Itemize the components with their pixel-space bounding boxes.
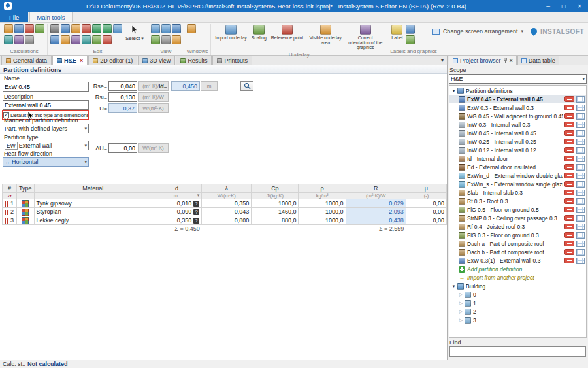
general-data-icon[interactable] [4, 24, 13, 33]
delete-partition-button[interactable] [564, 224, 574, 229]
thickness-cell[interactable]: 0,090? [152, 208, 202, 216]
partition-table-button[interactable] [576, 215, 585, 222]
delete-partition-button[interactable] [564, 122, 574, 127]
tab-project-browser[interactable]: Project browser × [449, 56, 517, 65]
tree-item-partition[interactable]: Dach a - Part of composite roof [449, 239, 586, 248]
unit-dropdown-icon[interactable]: ▾ [197, 193, 200, 198]
tree-item-partition[interactable]: StrNP 0.3 - Ceiling over passage 0.3 [449, 214, 586, 222]
delete-partition-button[interactable] [564, 173, 574, 178]
delete-partition-button[interactable] [564, 96, 574, 102]
layer-row[interactable]: 1 Tynk gipsowy 0,010? 0,350 1000,0 1000,… [3, 199, 447, 208]
group-icon[interactable] [92, 35, 101, 44]
zoom-extents-icon[interactable] [172, 24, 181, 33]
calculate-icon[interactable] [25, 24, 34, 33]
column-header-d[interactable]: d [152, 184, 202, 193]
manner-select[interactable]: Part. with defined layers ▾ [3, 124, 89, 133]
partition-table-button[interactable] [576, 113, 585, 120]
tab-list-caret-icon[interactable]: ▾ [438, 58, 447, 63]
delete-partition-button[interactable] [564, 249, 574, 255]
import-from-another-project[interactable]: → Import from another project [449, 273, 586, 282]
change-screen-caret-icon[interactable]: ▾ [521, 29, 523, 34]
partition-table-button[interactable] [576, 105, 585, 111]
diagnostics-icon[interactable] [4, 35, 13, 44]
expand-icon[interactable]: ▷ [458, 309, 464, 314]
partition-table-button[interactable] [576, 173, 585, 179]
delete-partition-button[interactable] [564, 215, 574, 221]
tree-item-partition[interactable]: InW 0.45 - Internal wall 0.45 [449, 129, 586, 137]
delete-partition-button[interactable] [564, 258, 574, 263]
column-header-r[interactable]: R [346, 184, 406, 193]
partition-table-button[interactable] [576, 139, 585, 145]
heat-flow-select[interactable]: ↔ Horizontal ▾ [3, 157, 89, 167]
tree-item-partition[interactable]: ExWin_d - External window double glazed [449, 171, 586, 180]
material-info-icon[interactable]: ? [193, 201, 199, 207]
mu-cell[interactable]: 0,00 [406, 216, 446, 225]
tree-item-partition[interactable]: ExW 0.45 - External wall 0.45 [449, 95, 586, 103]
undo-icon[interactable] [92, 24, 101, 33]
partition-table-button[interactable] [576, 232, 585, 239]
delete-partition-button[interactable] [564, 241, 574, 246]
document-tab[interactable]: 3D view × [138, 56, 175, 65]
thickness-cell[interactable]: 0,350? [152, 216, 202, 225]
lambda-cell[interactable]: 0,350 [202, 199, 252, 208]
rsi-input[interactable] [108, 92, 137, 102]
delete-partition-button[interactable] [564, 232, 574, 238]
free-graphics-icon[interactable] [406, 35, 415, 44]
tab-close-icon[interactable]: × [80, 58, 83, 64]
delete-partition-button[interactable] [564, 147, 574, 153]
material-cell[interactable]: Tynk gipsowy [34, 199, 152, 208]
partition-table-button[interactable] [576, 207, 585, 213]
tree-item-partition[interactable]: WG 0.45 - Wall adjacent to ground 0.45 [449, 112, 586, 120]
copy-icon[interactable] [61, 24, 70, 33]
lambda-cell[interactable]: 0,800 [202, 216, 252, 225]
partition-table-button[interactable] [576, 96, 585, 103]
pin-icon[interactable] [503, 58, 508, 63]
paste-icon[interactable] [71, 24, 80, 33]
partition-table-button[interactable] [576, 130, 585, 137]
label-button[interactable]: Label [390, 24, 404, 41]
tree-item-partition[interactable]: InW 0.3 - Internal wall 0.3 [449, 120, 586, 129]
calculation-options-icon[interactable] [14, 24, 24, 33]
pan-icon[interactable] [151, 35, 160, 44]
rotate-icon[interactable] [61, 35, 70, 44]
collapse-icon[interactable]: ▾ [451, 88, 457, 93]
tree-item-storey[interactable]: ▷ 2 [449, 307, 586, 316]
document-tab[interactable]: H&E × [52, 56, 88, 65]
tree-item-partition[interactable]: FlG 0.5 - Floor on ground 0.5 [449, 205, 586, 214]
redraw-icon[interactable] [172, 35, 181, 44]
delete-partition-button[interactable] [564, 156, 574, 161]
document-tab[interactable]: 2D editor (1) × [88, 56, 137, 65]
rho-cell[interactable]: 1000,0 [299, 208, 346, 216]
minimize-button[interactable]: ─ [541, 1, 555, 10]
material-info-icon[interactable]: ? [193, 209, 199, 215]
search-material-button[interactable] [240, 81, 253, 91]
tab-data-table[interactable]: Data table [517, 56, 559, 65]
move-icon[interactable] [50, 35, 59, 44]
tree-item-partition[interactable]: Rf 0.3 - Roof 0.3 [449, 197, 586, 205]
tree-item-partition[interactable]: Rf 0.4 - Joisted roof 0.3 [449, 222, 586, 231]
tree-item-partition[interactable]: Dach b - Part of composite roof [449, 248, 586, 256]
legend-icon[interactable] [406, 25, 415, 34]
tree-item-partition[interactable]: FlG 0.3 - Floor on ground 0.3 [449, 231, 586, 239]
tab-main-tools[interactable]: Main tools [29, 12, 72, 22]
window-list-icon[interactable] [187, 24, 196, 33]
mirror-icon[interactable] [71, 35, 80, 44]
zoom-in-icon[interactable] [151, 24, 160, 33]
delete-partition-button[interactable] [564, 164, 574, 170]
column-header-type[interactable]: Type [17, 184, 35, 193]
panel-close-icon[interactable]: × [510, 58, 513, 64]
change-screen-arrangement[interactable]: Change screen arrangement [443, 28, 518, 35]
mu-cell[interactable]: 0,00 [406, 208, 446, 216]
name-input[interactable] [3, 82, 89, 92]
tree-item-storey[interactable]: ▷ 3 [449, 316, 586, 324]
delete-partition-button[interactable] [564, 113, 574, 119]
partition-table-button[interactable] [576, 156, 585, 162]
tree-root-partition-definitions[interactable]: ▾ Partition definitions [449, 86, 586, 95]
tree-item-partition[interactable]: InW 0.25 - Internal wall 0.25 [449, 137, 586, 146]
material-info-icon[interactable]: ? [193, 218, 199, 224]
scaling-button[interactable]: Scaling [250, 24, 268, 41]
column-header-num[interactable]: # [3, 184, 17, 193]
column-header-lambda[interactable]: λ [202, 184, 252, 193]
zoom-out-icon[interactable] [161, 24, 171, 33]
tree-item-partition[interactable]: ExWin_s - External window single glazing [449, 180, 586, 188]
